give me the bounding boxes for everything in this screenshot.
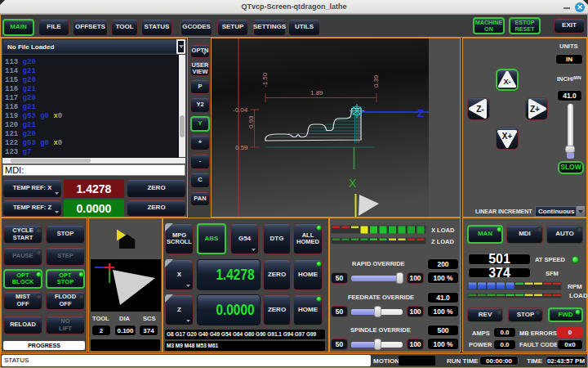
svg-text:Z: Z	[417, 107, 424, 119]
svg-text:0.93: 0.93	[247, 115, 255, 128]
svg-text:0.59: 0.59	[235, 144, 248, 151]
svg-text:1.89: 1.89	[310, 89, 323, 96]
svg-text:0.39: 0.39	[372, 74, 380, 88]
svg-text:-1.50: -1.50	[261, 72, 269, 88]
svg-text:Z-: Z-	[476, 105, 483, 114]
svg-text:X: X	[349, 177, 357, 190]
svg-text:X+: X+	[502, 132, 513, 141]
svg-text:Z+: Z+	[530, 105, 540, 114]
svg-text:-0.04: -0.04	[233, 106, 248, 114]
svg-text:X-: X-	[503, 79, 510, 87]
